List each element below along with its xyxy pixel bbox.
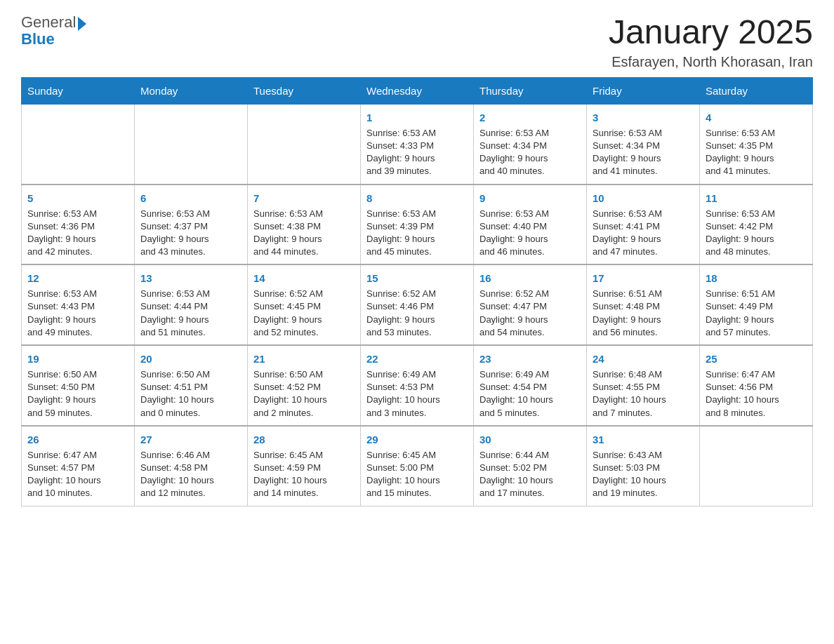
day-number: 6 — [140, 191, 241, 206]
day-number: 18 — [706, 271, 807, 286]
day-info-line: Sunset: 4:54 PM — [479, 381, 581, 394]
day-info-line: Sunrise: 6:47 AM — [27, 449, 128, 462]
day-info-line: Sunrise: 6:52 AM — [253, 288, 355, 300]
day-number: 29 — [366, 432, 468, 447]
table-row: 4Sunrise: 6:53 AMSunset: 4:35 PMDaylight… — [700, 104, 813, 184]
day-number: 11 — [706, 191, 807, 206]
day-info-line: and 47 minutes. — [593, 246, 694, 258]
day-info-line: Sunrise: 6:53 AM — [140, 208, 241, 220]
day-number: 26 — [27, 432, 128, 447]
calendar-week-row: 12Sunrise: 6:53 AMSunset: 4:43 PMDayligh… — [22, 264, 813, 345]
day-info-line: and 42 minutes. — [27, 246, 128, 258]
calendar-week-row: 1Sunrise: 6:53 AMSunset: 4:33 PMDaylight… — [22, 104, 813, 184]
day-info-line: and 59 minutes. — [27, 407, 128, 420]
day-number: 1 — [366, 110, 468, 125]
table-row: 15Sunrise: 6:52 AMSunset: 4:46 PMDayligh… — [361, 264, 474, 345]
day-info-line: Daylight: 9 hours — [479, 233, 581, 246]
table-row: 10Sunrise: 6:53 AMSunset: 4:41 PMDayligh… — [587, 185, 700, 265]
logo: General Blue — [21, 14, 86, 48]
day-info-line: and 39 minutes. — [366, 165, 468, 177]
day-info-line: Daylight: 9 hours — [479, 314, 581, 326]
day-info-line: and 8 minutes. — [706, 407, 807, 420]
day-info-line: Daylight: 9 hours — [27, 233, 128, 246]
table-row: 8Sunrise: 6:53 AMSunset: 4:39 PMDaylight… — [361, 185, 474, 265]
day-info-line: and 17 minutes. — [479, 487, 581, 499]
day-info-line: Daylight: 10 hours — [593, 394, 694, 406]
day-number: 5 — [27, 191, 128, 206]
day-info-line: Daylight: 9 hours — [593, 152, 694, 165]
day-number: 19 — [27, 351, 128, 366]
table-row: 19Sunrise: 6:50 AMSunset: 4:50 PMDayligh… — [22, 345, 135, 426]
day-info-line: Sunrise: 6:50 AM — [140, 368, 241, 381]
day-info-line: and 44 minutes. — [253, 246, 355, 258]
day-info-line: Sunset: 4:38 PM — [253, 220, 355, 233]
table-row: 27Sunrise: 6:46 AMSunset: 4:58 PMDayligh… — [135, 426, 248, 506]
table-row: 29Sunrise: 6:45 AMSunset: 5:00 PMDayligh… — [361, 426, 474, 506]
day-info-line: Sunset: 4:45 PM — [253, 300, 355, 313]
day-info-line: Daylight: 9 hours — [366, 314, 468, 326]
day-info-line: Sunset: 4:44 PM — [140, 300, 241, 313]
table-row: 26Sunrise: 6:47 AMSunset: 4:57 PMDayligh… — [22, 426, 135, 506]
day-info-line: Sunset: 4:33 PM — [366, 140, 468, 152]
header-tuesday: Tuesday — [248, 77, 361, 104]
header-saturday: Saturday — [700, 77, 813, 104]
title-section: January 2025 Esfarayen, North Khorasan, … — [609, 14, 813, 70]
day-info-line: Sunrise: 6:44 AM — [479, 449, 581, 462]
day-info-line: Sunset: 4:41 PM — [593, 220, 694, 233]
table-row: 9Sunrise: 6:53 AMSunset: 4:40 PMDaylight… — [474, 185, 587, 265]
day-info-line: Sunset: 4:46 PM — [366, 300, 468, 313]
day-info-line: and 15 minutes. — [366, 487, 468, 499]
day-info-line: and 53 minutes. — [366, 326, 468, 339]
day-number: 9 — [479, 191, 581, 206]
day-info-line: Sunset: 4:43 PM — [27, 300, 128, 313]
day-info-line: Daylight: 10 hours — [706, 394, 807, 406]
day-info-line: Daylight: 9 hours — [593, 314, 694, 326]
day-info-line: Daylight: 9 hours — [706, 314, 807, 326]
table-row: 2Sunrise: 6:53 AMSunset: 4:34 PMDaylight… — [474, 104, 587, 184]
day-info-line: Daylight: 9 hours — [706, 233, 807, 246]
table-row: 22Sunrise: 6:49 AMSunset: 4:53 PMDayligh… — [361, 345, 474, 426]
day-info-line: Sunrise: 6:47 AM — [706, 368, 807, 381]
day-info-line: and 52 minutes. — [253, 326, 355, 339]
day-info-line: Daylight: 10 hours — [479, 394, 581, 406]
header-wednesday: Wednesday — [361, 77, 474, 104]
day-info-line: Sunset: 4:49 PM — [706, 300, 807, 313]
day-info-line: Sunrise: 6:53 AM — [27, 208, 128, 220]
day-info-line: Sunrise: 6:46 AM — [140, 449, 241, 462]
table-row: 3Sunrise: 6:53 AMSunset: 4:34 PMDaylight… — [587, 104, 700, 184]
day-info-line: Sunrise: 6:53 AM — [253, 208, 355, 220]
day-number: 24 — [593, 351, 694, 366]
day-info-line: Sunrise: 6:45 AM — [253, 449, 355, 462]
day-info-line: Daylight: 10 hours — [366, 394, 468, 406]
table-row: 16Sunrise: 6:52 AMSunset: 4:47 PMDayligh… — [474, 264, 587, 345]
day-number: 27 — [140, 432, 241, 447]
day-info-line: Sunrise: 6:53 AM — [140, 288, 241, 300]
day-number: 10 — [593, 191, 694, 206]
day-info-line: and 43 minutes. — [140, 246, 241, 258]
table-row — [700, 426, 813, 506]
calendar-header-row: Sunday Monday Tuesday Wednesday Thursday… — [22, 77, 813, 104]
day-info-line: Sunset: 5:00 PM — [366, 462, 468, 474]
day-info-line: Daylight: 10 hours — [253, 394, 355, 406]
day-info-line: Daylight: 10 hours — [27, 474, 128, 487]
day-info-line: Sunset: 4:53 PM — [366, 381, 468, 394]
day-info-line: and 7 minutes. — [593, 407, 694, 420]
day-number: 7 — [253, 191, 355, 206]
day-info-line: Daylight: 10 hours — [140, 394, 241, 406]
day-number: 16 — [479, 271, 581, 286]
day-info-line: Sunset: 4:39 PM — [366, 220, 468, 233]
day-number: 30 — [479, 432, 581, 447]
day-info-line: and 56 minutes. — [593, 326, 694, 339]
day-info-line: Sunrise: 6:52 AM — [479, 288, 581, 300]
day-info-line: Daylight: 9 hours — [253, 314, 355, 326]
day-info-line: and 45 minutes. — [366, 246, 468, 258]
day-info-line: and 19 minutes. — [593, 487, 694, 499]
day-info-line: Sunset: 4:47 PM — [479, 300, 581, 313]
day-info-line: Sunrise: 6:53 AM — [593, 127, 694, 140]
day-info-line: Daylight: 9 hours — [593, 233, 694, 246]
calendar-week-row: 26Sunrise: 6:47 AMSunset: 4:57 PMDayligh… — [22, 426, 813, 506]
table-row — [22, 104, 135, 184]
day-info-line: Sunrise: 6:53 AM — [706, 208, 807, 220]
header-friday: Friday — [587, 77, 700, 104]
calendar-table: Sunday Monday Tuesday Wednesday Thursday… — [21, 77, 813, 507]
